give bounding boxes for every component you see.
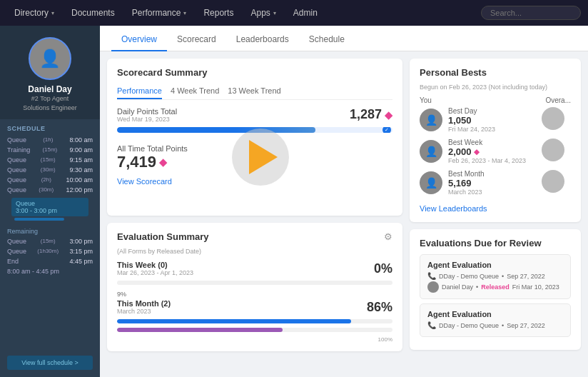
pb-avatar: 👤 xyxy=(420,140,442,163)
right-column: Personal Bests Begun on Feb 26, 2023 (No… xyxy=(410,59,581,370)
evaluations-due-title: Evaluations Due for Review xyxy=(420,238,571,248)
overall-avatar xyxy=(542,170,564,193)
tab-overview[interactable]: Overview xyxy=(111,29,167,51)
eval-bar-row-2 xyxy=(117,328,392,332)
daily-points-value: 1,287 ◆ xyxy=(350,107,392,122)
eval-week-label: This Week (0) xyxy=(117,261,193,269)
pb-overall-col xyxy=(535,170,571,196)
nav-reports-label: Reports xyxy=(203,8,233,18)
chevron-down-icon: ▾ xyxy=(183,10,186,16)
overall-avatar xyxy=(542,139,564,161)
pb-best-month-value: 5,169 xyxy=(448,178,529,188)
schedule-item: Queue (2h) 10:00 am xyxy=(0,175,100,185)
sc-tab-performance[interactable]: Performance xyxy=(117,84,162,99)
personal-bests-subtitle: Begun on Feb 26, 2023 (Not including tod… xyxy=(420,84,571,91)
search-input[interactable] xyxy=(481,6,581,20)
eval-month-label: This Month (2) xyxy=(117,299,171,308)
scorecard-summary-card: Scorecard Summary Performance 4 Week Tre… xyxy=(107,59,402,216)
tab-leaderboards[interactable]: Leaderboards xyxy=(226,29,299,51)
pb-best-week-date: Feb 26, 2023 - Mar 4, 2023 xyxy=(448,157,529,164)
overall-label: Overa... xyxy=(545,96,571,104)
pb-best-week-value: 2,000 ◆ xyxy=(448,146,529,157)
personal-bests-card: Personal Bests Begun on Feb 26, 2023 (No… xyxy=(410,59,581,222)
pb-best-month-info: Best Month 5,169 March 2023 xyxy=(448,170,529,196)
view-full-schedule-button[interactable]: View full schedule > xyxy=(7,356,93,370)
schedule-item-remaining: Queue (1h30m) 3:15 pm xyxy=(0,246,100,256)
eval-due-item-1: Agent Evaluation 📞 DDay - Demo Queue • S… xyxy=(420,254,571,299)
phone-icon: 📞 xyxy=(427,272,436,280)
daily-points-date: Wed Mar 19, 2023 xyxy=(117,116,177,123)
schedule-item-remaining: End 4:45 pm xyxy=(0,256,100,266)
current-block: Queue 3:00 - 3:00 pm xyxy=(7,198,93,222)
gear-icon[interactable]: ⚙ xyxy=(384,231,392,242)
view-scorecard-link[interactable]: View Scorecard xyxy=(117,177,172,186)
pb-best-day-info: Best Day 1,050 Fri Mar 24, 2023 xyxy=(448,107,529,133)
pb-best-day-date: Fri Mar 24, 2023 xyxy=(448,126,529,133)
eval-week-pct: 0% xyxy=(374,261,392,276)
eval-week-date: Mar 26, 2023 - Apr 1, 2023 xyxy=(117,269,193,276)
schedule-item: Queue (30m) 9:30 am xyxy=(0,165,100,175)
sidebar: 👤 Daniel Day #2 Top Agent Solutions Engi… xyxy=(0,26,100,377)
eval-subtitle: (All Forms by Released Date) xyxy=(117,248,209,255)
sc-tab-13week[interactable]: 13 Week Trend xyxy=(228,84,280,99)
pb-cols-header: You Overa... xyxy=(420,96,571,104)
left-column: Scorecard Summary Performance 4 Week Tre… xyxy=(107,59,402,370)
pb-best-day-type: Best Day xyxy=(448,107,529,115)
daily-points-row: Daily Points Total Wed Mar 19, 2023 1,28… xyxy=(117,107,392,123)
schedule-item-remaining: Queue (15m) 3:00 pm xyxy=(0,236,100,246)
pb-best-month-type: Best Month xyxy=(448,170,529,178)
pb-best-month: 👤 Best Month 5,169 March 2023 xyxy=(420,170,571,196)
scorecard-sub-tabs: Performance 4 Week Trend 13 Week Trend xyxy=(117,84,392,100)
content-tabs: Overview Scorecard Leaderboards Schedule xyxy=(100,26,588,51)
app-body: 👤 Daniel Day #2 Top Agent Solutions Engi… xyxy=(0,26,588,377)
eval-month-date: March 2023 xyxy=(117,308,171,315)
pb-best-week: 👤 Best Week 2,000 ◆ Feb 26, 2023 - Mar 4… xyxy=(420,139,571,164)
daily-points-label: Daily Points Total xyxy=(117,107,177,116)
agent-avatar xyxy=(427,281,439,293)
top-nav: Directory ▾ Documents Performance ▾ Repo… xyxy=(0,0,588,26)
view-leaderboards-link[interactable]: View Leaderboards xyxy=(420,204,487,213)
eval-week-bar xyxy=(117,281,392,285)
play-button[interactable] xyxy=(232,129,289,186)
play-triangle-icon xyxy=(249,140,278,174)
eval-bar-fill-2 xyxy=(117,328,283,332)
main-content: Overview Scorecard Leaderboards Schedule… xyxy=(100,26,588,377)
sc-tab-4week[interactable]: 4 Week Trend xyxy=(171,84,219,99)
eval-header: Evaluation Summary (All Forms by Release… xyxy=(117,231,392,261)
pb-best-day-value: 1,050 xyxy=(448,115,529,126)
eval-bar-row-1 xyxy=(117,319,392,323)
eval-due-item-2-queue: 📞 DDay - Demo Queue • Sep 27, 2022 xyxy=(427,321,563,329)
content-area: Scorecard Summary Performance 4 Week Tre… xyxy=(100,51,588,377)
eval-month-pct-label: 9% xyxy=(117,291,392,298)
schedule-item: Queue (1h) 8:00 am xyxy=(0,135,100,145)
nav-directory[interactable]: Directory ▾ xyxy=(7,5,61,21)
evaluation-summary-card: Evaluation Summary (All Forms by Release… xyxy=(107,223,402,351)
chevron-down-icon: ▾ xyxy=(51,10,54,16)
schedule-item: Queue (30m) 12:00 pm xyxy=(0,185,100,195)
eval-month-row: This Month (2) March 2023 86% xyxy=(117,299,392,315)
nav-admin[interactable]: Admin xyxy=(286,5,325,21)
schedule-section-label: Schedule xyxy=(0,119,100,135)
progress-check-icon: ✓ xyxy=(382,127,391,133)
nav-directory-label: Directory xyxy=(14,8,49,18)
schedule-item: Training (15m) 9:00 am xyxy=(0,145,100,155)
nav-admin-label: Admin xyxy=(293,8,318,18)
eval-due-item-1-queue: 📞 DDay - Demo Queue • Sep 27, 2022 xyxy=(427,272,563,280)
nav-apps[interactable]: Apps ▾ xyxy=(243,5,283,21)
evaluations-due-card: Evaluations Due for Review Agent Evaluat… xyxy=(410,229,581,350)
eval-month-pct: 86% xyxy=(367,300,392,315)
chevron-down-icon: ▾ xyxy=(273,10,276,16)
schedule-window: 8:00 am - 4:45 pm xyxy=(0,266,100,276)
tab-scorecard[interactable]: Scorecard xyxy=(167,29,226,51)
diamond-icon: ◆ xyxy=(385,109,392,121)
agent-name: Daniel Day xyxy=(28,84,71,94)
nav-performance[interactable]: Performance ▾ xyxy=(125,5,194,21)
nav-reports[interactable]: Reports xyxy=(196,5,240,21)
remaining-label: Remaining xyxy=(0,225,100,236)
you-label: You xyxy=(420,96,432,104)
tab-schedule[interactable]: Schedule xyxy=(299,29,355,51)
eval-week-row: This Week (0) Mar 26, 2023 - Apr 1, 2023… xyxy=(117,261,392,276)
nav-documents[interactable]: Documents xyxy=(64,5,122,21)
scorecard-title: Scorecard Summary xyxy=(117,67,392,78)
agent-badge: #2 Top Agent Solutions Engineer xyxy=(23,94,77,112)
